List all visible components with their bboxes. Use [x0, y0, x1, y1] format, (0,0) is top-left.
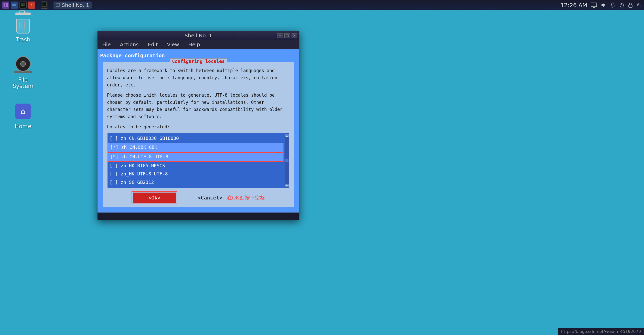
desc-line-6: character sets may be useful for backwar… [107, 106, 290, 113]
taskbar-terminal-icon[interactable]: >_ [41, 2, 48, 9]
settings-icon[interactable] [636, 2, 642, 8]
locale-item-3[interactable]: [ ] zh_HK BIG5-HKSCS [108, 162, 284, 170]
desktop-icon-filesystem[interactable]: File System [8, 55, 38, 89]
svg-point-22 [637, 3, 641, 7]
terminal-title: Shell No. 1 [185, 32, 212, 39]
desktop-icon-trash[interactable]: Trash [8, 15, 38, 43]
taskbar-window-title: Shell No. 1 [62, 2, 89, 8]
locale-item-4[interactable]: [ ] zh_HK.UTF-8 UTF-8 [108, 170, 284, 178]
desc-line-7: systems and software. [107, 113, 290, 120]
trash-label: Trash [16, 36, 30, 43]
cancel-area: <Cancel> 在OK处按下空格 [198, 194, 265, 201]
svg-rect-11 [56, 3, 60, 6]
scroll-thumb[interactable] [285, 159, 288, 162]
trash-handle [19, 10, 25, 13]
scroll-up-button[interactable]: ▲ [285, 134, 289, 137]
svg-marker-16 [602, 3, 604, 7]
dialog-title: Configuring locales [170, 58, 227, 64]
menu-view[interactable]: View [165, 41, 180, 48]
desc-line-3: order, etc. [107, 81, 290, 88]
taskbar-app-icon-4[interactable]: ! [28, 2, 35, 9]
lock-icon[interactable] [628, 2, 633, 8]
menu-help[interactable]: Help [187, 41, 202, 48]
status-bar-url: https://blog.csdn.net/weixin_45192679 [558, 328, 644, 335]
trash-lid [15, 13, 31, 15]
menu-edit[interactable]: Edit [146, 41, 159, 48]
terminal-window-controls: ─ □ ✕ [277, 33, 297, 38]
svg-rect-20 [629, 5, 632, 7]
locales-label: Locales to be generated: [107, 123, 290, 131]
desc-line-4: Please choose which locales to generate.… [107, 92, 290, 99]
dialog-box: Configuring locales Locales are a framew… [103, 62, 294, 207]
svg-rect-12 [591, 3, 597, 7]
power-icon[interactable] [619, 2, 625, 8]
taskbar-app-icon-1[interactable] [2, 2, 9, 9]
pkg-config-area: Package configuration Configuring locale… [98, 49, 299, 213]
locale-list-wrapper: [ ] zh_CN.GB18030 GB18030 [*] zh_CN.GBK … [108, 133, 289, 188]
filesystem-label: File System [8, 76, 38, 89]
svg-rect-3 [6, 5, 8, 7]
taskbar-app-icon-2[interactable] [11, 2, 18, 9]
trash-body [16, 19, 30, 34]
url-text: https://blog.csdn.net/weixin_45192679 [561, 329, 641, 334]
trash-icon [14, 15, 32, 34]
maximize-button[interactable]: □ [284, 33, 290, 38]
notification-icon[interactable] [610, 2, 615, 8]
taskbar-time: 12:26 AM [561, 2, 587, 8]
taskbar-separator [38, 2, 38, 8]
locale-scrollbar[interactable]: ▲ ▼ [285, 133, 289, 188]
ok-button-wrapper: <Ok> [132, 191, 177, 204]
terminal-bottom-bar [98, 213, 299, 220]
desc-line-1: Locales are a framework to switch betwee… [107, 67, 290, 74]
terminal-menubar: File Actions Edit View Help [98, 40, 299, 49]
close-button[interactable]: ✕ [292, 33, 297, 38]
svg-text:>_: >_ [42, 4, 45, 6]
trash-lines [19, 21, 25, 29]
home-icon: ⌂ [14, 102, 32, 120]
svg-text:$_: $_ [22, 4, 24, 6]
taskbar-app-icon-3[interactable]: $_ [19, 2, 27, 9]
svg-point-21 [638, 4, 640, 6]
taskbar: $_ ! >_ Shell No. 1 12:26 AM [0, 0, 644, 10]
home-symbol: ⌂ [20, 106, 26, 116]
taskbar-left: $_ ! >_ Shell No. 1 [2, 2, 92, 9]
terminal-window: Shell No. 1 ─ □ ✕ File Actions Edit View… [97, 31, 299, 220]
desc-line-2: allow users to use their language, count… [107, 74, 290, 81]
annotation-text: 在OK处按下空格 [227, 194, 265, 201]
locale-item-2[interactable]: [*] zh_CN.UTF-8 UTF-8 [108, 152, 284, 162]
ok-area: <Ok> [132, 191, 177, 204]
svg-rect-4 [12, 4, 16, 6]
svg-rect-2 [4, 5, 5, 7]
minimize-button[interactable]: ─ [277, 33, 283, 38]
dialog-buttons: <Ok> <Cancel> 在OK处按下空格 [107, 191, 290, 204]
filesystem-disk [15, 56, 31, 72]
dialog-content: Locales are a framework to switch betwee… [107, 67, 290, 131]
desktop-icon-home[interactable]: ⌂ Home [8, 102, 38, 129]
volume-icon[interactable] [601, 3, 607, 8]
desktop-icons: Trash File System ⌂ Home [8, 15, 38, 129]
svg-text:!: ! [31, 4, 32, 7]
desc-line-5: chosen by default, particularly for new … [107, 99, 290, 106]
monitor-icon[interactable] [591, 3, 597, 8]
menu-actions[interactable]: Actions [118, 41, 140, 48]
taskbar-right: 12:26 AM [561, 2, 642, 8]
scroll-down-button[interactable]: ▼ [285, 184, 289, 187]
locale-item-5[interactable]: [ ] zh_SG GB2312 [108, 178, 284, 187]
taskbar-window-button[interactable]: Shell No. 1 [53, 2, 92, 9]
svg-rect-1 [6, 3, 8, 5]
locale-item-1[interactable]: [*] zh_CN.GBK GBK [108, 143, 284, 152]
svg-rect-0 [4, 3, 5, 5]
cancel-button[interactable]: <Cancel> [198, 195, 222, 201]
ok-button[interactable]: <Ok> [133, 193, 176, 203]
filesystem-icon [14, 55, 32, 74]
terminal-titlebar: Shell No. 1 ─ □ ✕ [98, 31, 299, 40]
home-label: Home [15, 123, 31, 129]
locale-list[interactable]: [ ] zh_CN.GB18030 GB18030 [*] zh_CN.GBK … [108, 133, 289, 188]
locale-item-0[interactable]: [ ] zh_CN.GB18030 GB18030 [108, 134, 284, 143]
menu-file[interactable]: File [101, 41, 112, 48]
